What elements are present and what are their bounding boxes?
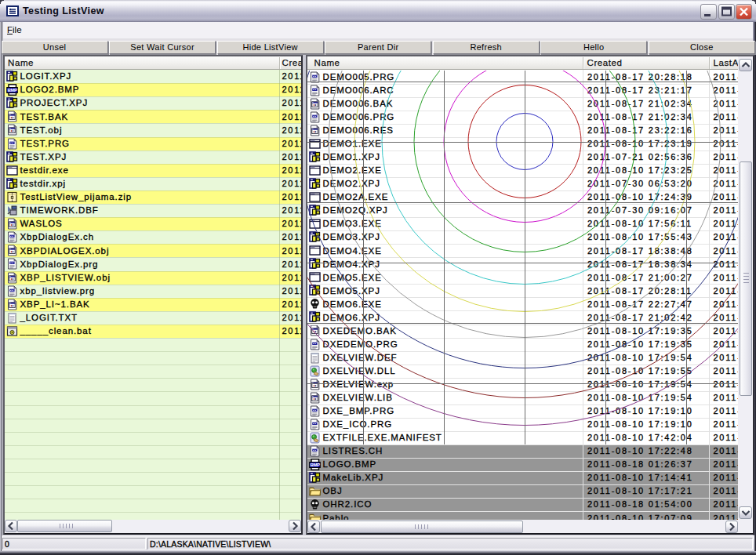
svg-text:BMP: BMP xyxy=(310,462,320,467)
svg-text:BMP: BMP xyxy=(7,88,17,92)
